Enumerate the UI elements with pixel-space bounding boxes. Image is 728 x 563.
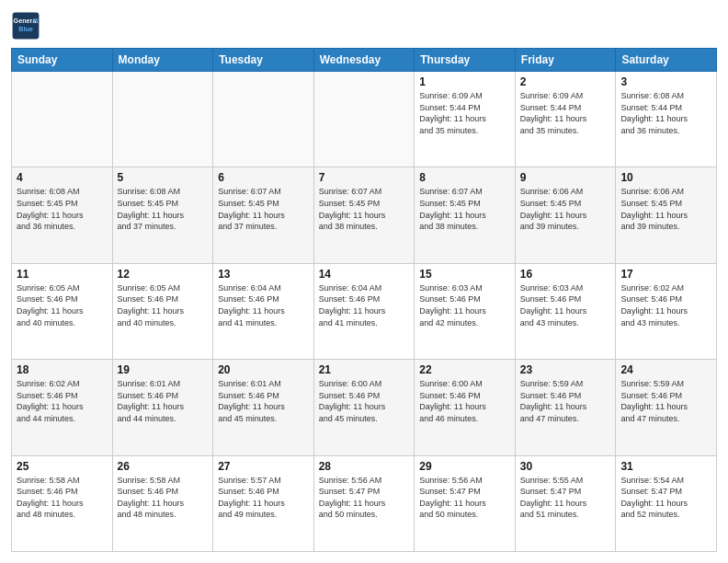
day-number: 7 <box>319 171 410 184</box>
calendar-cell <box>12 72 113 167</box>
day-info: Sunrise: 5:55 AM Sunset: 5:47 PM Dayligh… <box>520 475 611 521</box>
day-info: Sunrise: 6:05 AM Sunset: 5:46 PM Dayligh… <box>118 282 209 328</box>
calendar-week-row: 25Sunrise: 5:58 AM Sunset: 5:46 PM Dayli… <box>12 455 717 551</box>
day-number: 13 <box>218 268 309 281</box>
page: General Blue SundayMondayTuesdayWednesda… <box>0 0 728 563</box>
day-number: 8 <box>419 171 510 184</box>
day-number: 15 <box>419 268 510 281</box>
day-info: Sunrise: 6:02 AM Sunset: 5:46 PM Dayligh… <box>620 282 711 328</box>
calendar-cell <box>213 72 314 167</box>
calendar-cell: 26Sunrise: 5:58 AM Sunset: 5:46 PM Dayli… <box>112 455 213 551</box>
day-info: Sunrise: 5:54 AM Sunset: 5:47 PM Dayligh… <box>620 475 711 521</box>
logo-icon: General Blue <box>11 11 40 40</box>
day-number: 11 <box>17 268 108 281</box>
calendar-cell: 4Sunrise: 6:08 AM Sunset: 5:45 PM Daylig… <box>12 167 113 263</box>
calendar-cell: 24Sunrise: 5:59 AM Sunset: 5:46 PM Dayli… <box>616 360 717 455</box>
day-info: Sunrise: 6:01 AM Sunset: 5:46 PM Dayligh… <box>218 378 309 424</box>
calendar-cell: 2Sunrise: 6:09 AM Sunset: 5:44 PM Daylig… <box>515 72 616 167</box>
calendar-header-row: SundayMondayTuesdayWednesdayThursdayFrid… <box>12 49 717 72</box>
day-number: 3 <box>620 75 711 88</box>
day-info: Sunrise: 6:05 AM Sunset: 5:46 PM Dayligh… <box>17 282 108 328</box>
day-info: Sunrise: 5:57 AM Sunset: 5:46 PM Dayligh… <box>218 475 309 521</box>
calendar-cell: 8Sunrise: 6:07 AM Sunset: 5:45 PM Daylig… <box>415 167 516 263</box>
day-info: Sunrise: 6:07 AM Sunset: 5:45 PM Dayligh… <box>319 186 410 232</box>
calendar-cell: 17Sunrise: 6:02 AM Sunset: 5:46 PM Dayli… <box>616 263 717 359</box>
day-number: 29 <box>419 460 510 473</box>
day-number: 20 <box>218 363 309 376</box>
calendar-cell: 18Sunrise: 6:02 AM Sunset: 5:46 PM Dayli… <box>12 360 113 455</box>
calendar-cell: 16Sunrise: 6:03 AM Sunset: 5:46 PM Dayli… <box>515 263 616 359</box>
day-info: Sunrise: 6:09 AM Sunset: 5:44 PM Dayligh… <box>520 90 611 136</box>
day-info: Sunrise: 6:07 AM Sunset: 5:45 PM Dayligh… <box>419 186 510 232</box>
calendar-day-header: Sunday <box>12 49 113 72</box>
calendar-cell: 30Sunrise: 5:55 AM Sunset: 5:47 PM Dayli… <box>515 455 616 551</box>
calendar-cell: 14Sunrise: 6:04 AM Sunset: 5:46 PM Dayli… <box>313 263 415 359</box>
day-number: 26 <box>118 460 209 473</box>
day-number: 25 <box>17 460 108 473</box>
calendar-cell: 21Sunrise: 6:00 AM Sunset: 5:46 PM Dayli… <box>313 360 415 455</box>
day-number: 18 <box>17 363 108 376</box>
calendar-cell: 7Sunrise: 6:07 AM Sunset: 5:45 PM Daylig… <box>313 167 415 263</box>
calendar-cell: 15Sunrise: 6:03 AM Sunset: 5:46 PM Dayli… <box>415 263 516 359</box>
day-info: Sunrise: 6:08 AM Sunset: 5:45 PM Dayligh… <box>17 186 108 232</box>
calendar-day-header: Thursday <box>415 49 516 72</box>
day-info: Sunrise: 6:07 AM Sunset: 5:45 PM Dayligh… <box>218 186 309 232</box>
header: General Blue <box>11 11 717 40</box>
day-info: Sunrise: 6:06 AM Sunset: 5:45 PM Dayligh… <box>620 186 711 232</box>
day-number: 21 <box>319 363 410 376</box>
calendar-week-row: 1Sunrise: 6:09 AM Sunset: 5:44 PM Daylig… <box>12 72 717 167</box>
day-info: Sunrise: 6:01 AM Sunset: 5:46 PM Dayligh… <box>118 378 209 424</box>
calendar-cell: 28Sunrise: 5:56 AM Sunset: 5:47 PM Dayli… <box>313 455 415 551</box>
calendar-cell: 19Sunrise: 6:01 AM Sunset: 5:46 PM Dayli… <box>112 360 213 455</box>
calendar-cell: 12Sunrise: 6:05 AM Sunset: 5:46 PM Dayli… <box>112 263 213 359</box>
calendar-day-header: Tuesday <box>213 49 314 72</box>
calendar-day-header: Saturday <box>616 49 717 72</box>
calendar-cell: 13Sunrise: 6:04 AM Sunset: 5:46 PM Dayli… <box>213 263 314 359</box>
day-info: Sunrise: 6:03 AM Sunset: 5:46 PM Dayligh… <box>419 282 510 328</box>
calendar-cell: 6Sunrise: 6:07 AM Sunset: 5:45 PM Daylig… <box>213 167 314 263</box>
calendar-cell <box>313 72 415 167</box>
day-number: 23 <box>520 363 611 376</box>
day-number: 1 <box>419 75 510 88</box>
calendar-cell: 1Sunrise: 6:09 AM Sunset: 5:44 PM Daylig… <box>415 72 516 167</box>
day-number: 27 <box>218 460 309 473</box>
calendar-table: SundayMondayTuesdayWednesdayThursdayFrid… <box>11 48 717 552</box>
day-info: Sunrise: 6:06 AM Sunset: 5:45 PM Dayligh… <box>520 186 611 232</box>
calendar-day-header: Monday <box>112 49 213 72</box>
day-info: Sunrise: 5:56 AM Sunset: 5:47 PM Dayligh… <box>419 475 510 521</box>
calendar-cell: 25Sunrise: 5:58 AM Sunset: 5:46 PM Dayli… <box>12 455 113 551</box>
calendar-week-row: 4Sunrise: 6:08 AM Sunset: 5:45 PM Daylig… <box>12 167 717 263</box>
calendar-cell: 5Sunrise: 6:08 AM Sunset: 5:45 PM Daylig… <box>112 167 213 263</box>
day-number: 9 <box>520 171 611 184</box>
day-number: 16 <box>520 268 611 281</box>
calendar-week-row: 11Sunrise: 6:05 AM Sunset: 5:46 PM Dayli… <box>12 263 717 359</box>
calendar-day-header: Wednesday <box>313 49 415 72</box>
day-number: 24 <box>620 363 711 376</box>
calendar-cell: 3Sunrise: 6:08 AM Sunset: 5:44 PM Daylig… <box>616 72 717 167</box>
day-info: Sunrise: 6:08 AM Sunset: 5:45 PM Dayligh… <box>118 186 209 232</box>
day-number: 6 <box>218 171 309 184</box>
day-info: Sunrise: 6:00 AM Sunset: 5:46 PM Dayligh… <box>319 378 410 424</box>
day-info: Sunrise: 6:02 AM Sunset: 5:46 PM Dayligh… <box>17 378 108 424</box>
day-info: Sunrise: 5:59 AM Sunset: 5:46 PM Dayligh… <box>520 378 611 424</box>
day-number: 22 <box>419 363 510 376</box>
day-info: Sunrise: 6:04 AM Sunset: 5:46 PM Dayligh… <box>319 282 410 328</box>
day-info: Sunrise: 6:03 AM Sunset: 5:46 PM Dayligh… <box>520 282 611 328</box>
calendar-cell: 11Sunrise: 6:05 AM Sunset: 5:46 PM Dayli… <box>12 263 113 359</box>
day-number: 17 <box>620 268 711 281</box>
day-number: 14 <box>319 268 410 281</box>
day-info: Sunrise: 6:00 AM Sunset: 5:46 PM Dayligh… <box>419 378 510 424</box>
calendar-cell: 20Sunrise: 6:01 AM Sunset: 5:46 PM Dayli… <box>213 360 314 455</box>
day-number: 28 <box>319 460 410 473</box>
day-info: Sunrise: 6:08 AM Sunset: 5:44 PM Dayligh… <box>620 90 711 136</box>
calendar-week-row: 18Sunrise: 6:02 AM Sunset: 5:46 PM Dayli… <box>12 360 717 455</box>
day-info: Sunrise: 6:04 AM Sunset: 5:46 PM Dayligh… <box>218 282 309 328</box>
day-number: 2 <box>520 75 611 88</box>
day-info: Sunrise: 5:58 AM Sunset: 5:46 PM Dayligh… <box>118 475 209 521</box>
calendar-cell: 29Sunrise: 5:56 AM Sunset: 5:47 PM Dayli… <box>415 455 516 551</box>
day-number: 19 <box>118 363 209 376</box>
calendar-cell: 10Sunrise: 6:06 AM Sunset: 5:45 PM Dayli… <box>616 167 717 263</box>
day-number: 4 <box>17 171 108 184</box>
calendar-cell: 27Sunrise: 5:57 AM Sunset: 5:46 PM Dayli… <box>213 455 314 551</box>
day-info: Sunrise: 5:58 AM Sunset: 5:46 PM Dayligh… <box>17 475 108 521</box>
